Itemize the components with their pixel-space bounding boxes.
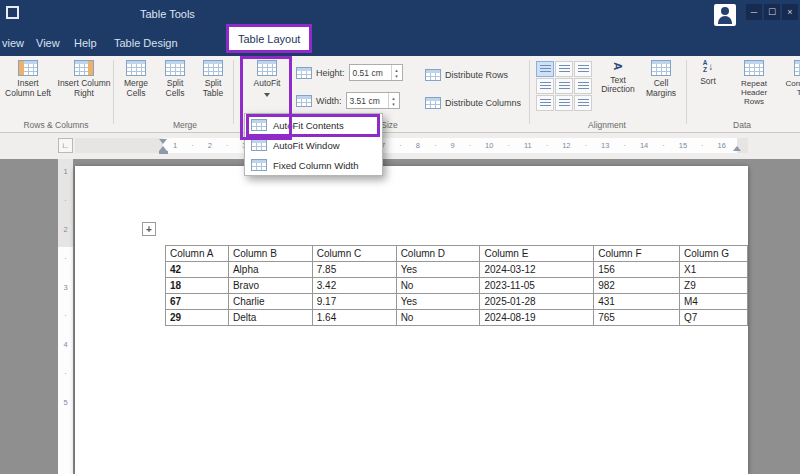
align-cell-button[interactable] [536, 95, 554, 111]
distribute-rows-icon [425, 69, 441, 81]
row-height-input[interactable]: 0.51 cm ▴ ▾ [349, 64, 403, 81]
align-cell-button[interactable] [574, 61, 592, 77]
table-cell[interactable]: Charlie [228, 294, 312, 310]
sort-button[interactable]: A Z ↓ Sort [690, 58, 726, 120]
maximize-button[interactable]: ☐ [764, 4, 780, 20]
split-table-button[interactable]: Split Table [195, 58, 231, 120]
cell-alignment-grid [536, 61, 592, 111]
repeat-header-rows-button[interactable]: Repeat Header Rows [730, 58, 778, 120]
cell-margins-button[interactable]: Cell Margins [640, 58, 682, 120]
right-indent-marker[interactable] [733, 146, 741, 151]
table-cell[interactable]: M4 [680, 294, 748, 310]
tab-stop-selector[interactable]: ∟ [58, 138, 73, 153]
table-cell[interactable]: Alpha [228, 262, 312, 278]
table-cell[interactable]: 67 [166, 294, 229, 310]
text-direction-icon: A [612, 62, 625, 70]
table-cell[interactable]: 156 [594, 262, 680, 278]
table-cell[interactable]: Yes [396, 294, 480, 310]
table-cell[interactable]: 1.64 [312, 310, 396, 326]
table-cell[interactable]: X1 [680, 262, 748, 278]
align-lines-icon [559, 82, 570, 91]
column-header-cell[interactable]: Column F [594, 246, 680, 262]
split-table-icon [203, 60, 223, 76]
align-cell-button[interactable] [555, 61, 573, 77]
distribute-rows-button[interactable]: Distribute Rows [425, 66, 508, 83]
column-header-cell[interactable]: Column D [396, 246, 480, 262]
column-width-input[interactable]: 3.51 cm ▴ ▾ [346, 92, 400, 109]
align-cell-button[interactable] [555, 95, 573, 111]
align-lines-icon [559, 99, 570, 108]
merge-cells-button[interactable]: Merge Cells [117, 58, 155, 120]
split-cells-button[interactable]: Split Cells [157, 58, 193, 120]
table-cell[interactable]: 3.42 [312, 278, 396, 294]
column-width-label: Width: [316, 96, 342, 106]
document-page[interactable]: Column AColumn BColumn CColumn DColumn E… [75, 166, 748, 474]
first-line-indent-marker[interactable] [159, 139, 167, 144]
column-header-cell[interactable]: Column E [480, 246, 594, 262]
ruler-mark: · [469, 141, 472, 150]
column-header-cell[interactable]: Column G [680, 246, 748, 262]
table-cell[interactable]: No [396, 310, 480, 326]
table-cell[interactable]: Delta [228, 310, 312, 326]
table-cell[interactable]: 982 [594, 278, 680, 294]
ruler-mark: · [191, 141, 194, 150]
insert-column-left-button[interactable]: Insert Column Left [2, 58, 54, 120]
ruler-mark: 13 [601, 141, 609, 150]
ruler-mark: 10 [485, 141, 493, 150]
column-header-cell[interactable]: Column A [166, 246, 229, 262]
table-cell[interactable]: Yes [396, 262, 480, 278]
table-cell[interactable]: 7.85 [312, 262, 396, 278]
tab-view[interactable]: View [36, 37, 60, 49]
group-divider [233, 60, 234, 124]
table-cell[interactable]: Z9 [680, 278, 748, 294]
menu-item-fixed-column-width[interactable]: Fixed Column Width [245, 155, 382, 175]
close-button[interactable]: × [782, 4, 798, 20]
table-cell[interactable]: 42 [166, 262, 229, 278]
table-move-handle[interactable]: + [142, 222, 156, 236]
group-divider [529, 60, 530, 124]
table-cell[interactable]: 29 [166, 310, 229, 326]
table-cell[interactable]: 2024-03-12 [480, 262, 594, 278]
column-header-cell[interactable]: Column B [228, 246, 312, 262]
row-height-icon [296, 67, 312, 79]
table-cell[interactable]: No [396, 278, 480, 294]
align-cell-button[interactable] [536, 61, 554, 77]
tab-table-design[interactable]: Table Design [114, 37, 178, 49]
autofit-button[interactable]: AutoFit [246, 58, 288, 120]
table-cell[interactable]: 765 [594, 310, 680, 326]
table-cell[interactable]: 2025-01-28 [480, 294, 594, 310]
spin-down-icon[interactable]: ▾ [395, 73, 398, 79]
menu-item-autofit-window[interactable]: AutoFit Window [245, 135, 382, 155]
insert-column-right-button[interactable]: Insert Column Right [56, 58, 112, 120]
align-cell-button[interactable] [555, 78, 573, 94]
table-cell[interactable]: 431 [594, 294, 680, 310]
table-row: 18Bravo3.42No2023-11-05982Z9 [166, 278, 748, 294]
ruler-mark: · [64, 311, 67, 320]
ruler-mark: · [64, 369, 67, 378]
tab-review-partial[interactable]: view [2, 37, 24, 49]
table-cell[interactable]: 9.17 [312, 294, 396, 310]
distribute-columns-button[interactable]: Distribute Columns [425, 94, 521, 111]
convert-to-text-button[interactable]: Convert to Text [780, 58, 800, 120]
account-avatar[interactable] [714, 4, 736, 26]
column-width-spinner[interactable]: ▴ ▾ [388, 93, 399, 108]
table-cell[interactable]: Q7 [680, 310, 748, 326]
align-cell-button[interactable] [574, 95, 592, 111]
table-cell[interactable]: 2023-11-05 [480, 278, 594, 294]
text-direction-button[interactable]: A Text Direction [598, 58, 638, 120]
align-cell-button[interactable] [574, 78, 592, 94]
minimize-button[interactable]: ─ [746, 4, 762, 20]
ruler-mark: 9 [450, 141, 454, 150]
left-indent-marker-base[interactable] [159, 151, 168, 154]
tab-help[interactable]: Help [74, 37, 97, 49]
menu-item-autofit-contents[interactable]: AutoFit Contents [245, 115, 382, 135]
row-height-spinner[interactable]: ▴ ▾ [391, 65, 402, 80]
table-cell[interactable]: 2024-08-19 [480, 310, 594, 326]
table-cell[interactable]: 18 [166, 278, 229, 294]
align-cell-button[interactable] [536, 78, 554, 94]
spin-down-icon[interactable]: ▾ [392, 101, 395, 107]
ruler-mark: · [623, 141, 626, 150]
table-cell[interactable]: Bravo [228, 278, 312, 294]
column-header-cell[interactable]: Column C [312, 246, 396, 262]
tab-table-layout[interactable]: Table Layout [226, 24, 312, 53]
